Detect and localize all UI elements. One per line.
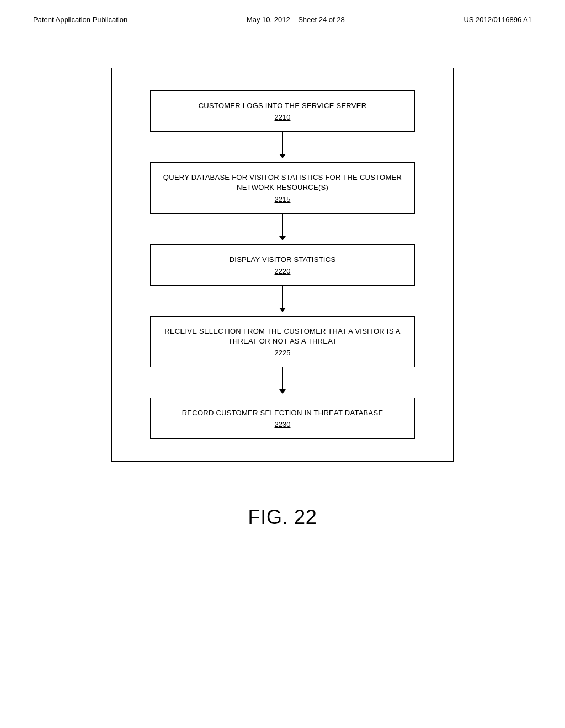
arrow-head-4 — [279, 389, 286, 394]
flow-box-2220-number: 2220 — [162, 267, 403, 275]
arrow-head-2 — [279, 236, 286, 240]
flow-box-2220: DISPLAY VISITOR STATISTICS 2220 — [150, 244, 415, 286]
page-header: Patent Application Publication May 10, 2… — [0, 0, 565, 24]
flow-box-2215: QUERY DATABASE FOR VISITOR STATISTICS FO… — [150, 162, 415, 213]
header-sheet: Sheet 24 of 28 — [298, 15, 345, 24]
arrow-line-1 — [282, 132, 283, 154]
flow-box-2210: CUSTOMER LOGS INTO THE SERVICE SERVER 22… — [150, 90, 415, 132]
flow-box-2220-title: DISPLAY VISITOR STATISTICS — [162, 255, 403, 265]
flow-box-2230-title: RECORD CUSTOMER SELECTION IN THREAT DATA… — [162, 408, 403, 418]
header-publication-label: Patent Application Publication — [33, 15, 127, 24]
flow-box-2225-title: RECEIVE SELECTION FROM THE CUSTOMER THAT… — [162, 326, 403, 346]
flow-box-2210-title: CUSTOMER LOGS INTO THE SERVICE SERVER — [162, 101, 403, 111]
arrow-4 — [279, 367, 286, 398]
flow-box-2215-title: QUERY DATABASE FOR VISITOR STATISTICS FO… — [162, 173, 403, 192]
main-content: CUSTOMER LOGS INTO THE SERVICE SERVER 22… — [0, 24, 565, 562]
flowchart-container: CUSTOMER LOGS INTO THE SERVICE SERVER 22… — [111, 68, 454, 462]
flow-box-2210-number: 2210 — [162, 113, 403, 121]
arrow-2 — [279, 214, 286, 244]
header-patent-number: US 2012/0116896 A1 — [463, 15, 532, 24]
arrow-1 — [279, 132, 286, 162]
arrow-head-3 — [279, 308, 286, 312]
page: Patent Application Publication May 10, 2… — [0, 0, 565, 728]
arrow-line-2 — [282, 214, 283, 236]
arrow-3 — [279, 286, 286, 316]
flow-box-2230-number: 2230 — [162, 420, 403, 429]
header-date-sheet: May 10, 2012 Sheet 24 of 28 — [247, 15, 345, 24]
flow-box-2230: RECORD CUSTOMER SELECTION IN THREAT DATA… — [150, 398, 415, 439]
arrow-line-3 — [282, 286, 283, 308]
flow-box-2225-number: 2225 — [162, 349, 403, 357]
arrow-line-4 — [282, 367, 283, 389]
arrow-head-1 — [279, 154, 286, 158]
header-date: May 10, 2012 — [247, 15, 290, 24]
flow-box-2215-number: 2215 — [162, 195, 403, 204]
figure-caption: FIG. 22 — [248, 506, 317, 529]
flow-box-2225: RECEIVE SELECTION FROM THE CUSTOMER THAT… — [150, 316, 415, 367]
